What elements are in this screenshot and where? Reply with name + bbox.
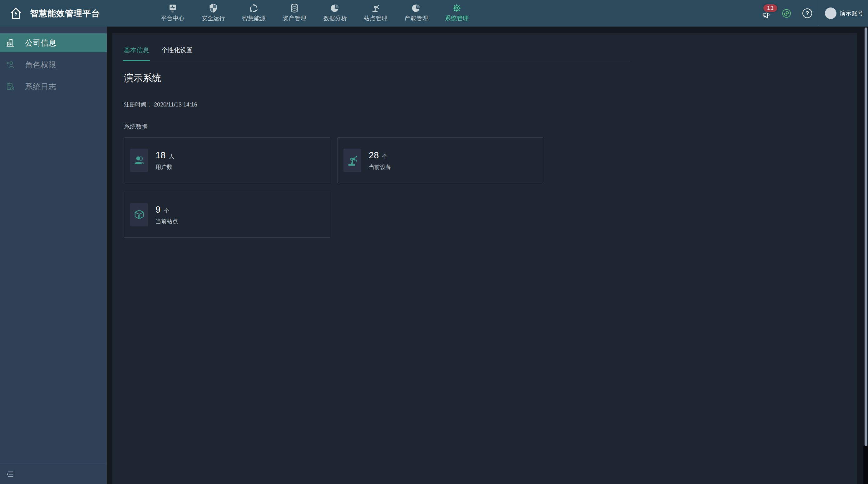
registration-time-row: 注册时间：2020/11/13 14:16 — [124, 101, 857, 108]
app-title: 智慧能效管理平台 — [30, 8, 100, 19]
tab-personalization[interactable]: 个性化设置 — [161, 46, 193, 61]
main-area: 基本信息 个性化设置 演示系统 注册时间：2020/11/13 14:16 系统… — [107, 27, 868, 484]
nav-item-safe-operation[interactable]: 安全运行 — [193, 0, 234, 27]
top-navigation: 平台中心 安全运行 — [152, 0, 477, 27]
cube-icon — [130, 203, 148, 226]
notification-badge: 13 — [763, 3, 778, 13]
nav-label: 站点管理 — [364, 14, 388, 23]
sidebar-menu: 公司信息 角色权限 系统日志 — [0, 27, 107, 96]
page-title: 演示系统 — [124, 72, 857, 85]
stat-value: 18 — [155, 150, 165, 160]
help-button[interactable]: ? — [802, 8, 812, 18]
topbar-right: 13 ? 演示账号 — [762, 0, 863, 27]
stat-label: 用户数 — [155, 163, 174, 171]
nav-item-smart-energy[interactable]: 智慧能源 — [234, 0, 274, 27]
nav-item-system-management[interactable]: 系统管理 — [436, 0, 477, 27]
log-clock-icon — [6, 82, 15, 91]
pie-chart-icon — [330, 3, 340, 13]
menu-fold-icon — [6, 470, 14, 478]
robot-arm-icon — [343, 149, 361, 172]
nav-label: 系统管理 — [445, 14, 469, 23]
nav-label: 数据分析 — [323, 14, 347, 23]
database-icon — [290, 3, 299, 13]
robot-arm-icon — [371, 3, 380, 13]
tab-basic-info[interactable]: 基本信息 — [124, 46, 149, 61]
topbar: 智慧能效管理平台 平台中心 安全运行 — [0, 0, 868, 27]
nav-label: 资产管理 — [283, 14, 306, 23]
stat-card-sites: 9 个 当前站点 — [124, 192, 330, 238]
nav-label: 平台中心 — [161, 14, 185, 23]
registration-time-value: 2020/11/13 14:16 — [154, 101, 197, 108]
stat-value: 28 — [369, 150, 379, 160]
stat-card-devices: 28 个 当前设备 — [337, 138, 543, 183]
stat-card-users: 18 人 用户数 — [124, 138, 330, 183]
stat-label: 当前站点 — [155, 218, 178, 225]
sidebar-item-label: 系统日志 — [25, 82, 56, 92]
nav-item-site-management[interactable]: 站点管理 — [355, 0, 396, 27]
sidebar: 公司信息 角色权限 系统日志 — [0, 27, 107, 484]
gear-icon — [452, 3, 462, 13]
sidebar-item-company-info[interactable]: 公司信息 — [0, 33, 107, 52]
sidebar-footer — [0, 464, 107, 484]
notifications-button[interactable]: 13 — [762, 7, 774, 20]
stat-block: 18 人 用户数 — [155, 150, 174, 171]
collapse-sidebar-button[interactable] — [6, 470, 14, 478]
stat-unit: 个 — [382, 153, 388, 160]
stat-unit: 人 — [169, 153, 174, 160]
content-panel: 基本信息 个性化设置 演示系统 注册时间：2020/11/13 14:16 系统… — [113, 33, 857, 484]
shield-icon — [209, 3, 218, 13]
building-icon — [6, 38, 15, 48]
nav-item-asset-management[interactable]: 资产管理 — [274, 0, 315, 27]
sidebar-item-system-logs[interactable]: 系统日志 — [0, 77, 107, 96]
users-icon — [130, 149, 148, 172]
nav-label: 产能管理 — [404, 14, 428, 23]
avatar — [825, 7, 836, 19]
nav-item-capacity-management[interactable]: 产能管理 — [396, 0, 436, 27]
registration-time-label: 注册时间： — [124, 101, 152, 108]
account-menu[interactable]: 演示账号 — [825, 7, 863, 19]
question-mark-icon: ? — [806, 10, 809, 17]
stat-label: 当前设备 — [369, 163, 391, 171]
stat-block: 9 个 当前站点 — [155, 205, 178, 225]
recycle-icon — [249, 3, 258, 13]
sidebar-item-role-permissions[interactable]: 角色权限 — [0, 55, 107, 74]
scrollbar-thumb[interactable] — [865, 28, 867, 446]
scrollbar-track — [863, 446, 868, 484]
infinity-loop-icon — [782, 9, 791, 18]
pie-chart-icon — [411, 3, 421, 13]
user-permissions-icon — [6, 60, 15, 69]
stat-unit: 个 — [164, 207, 169, 214]
nav-label: 智慧能源 — [242, 14, 266, 23]
section-title-system-data: 系统数据 — [124, 123, 857, 131]
account-name: 演示账号 — [840, 9, 863, 18]
brand: 智慧能效管理平台 — [9, 0, 100, 27]
stats-cards: 18 人 用户数 — [124, 138, 857, 238]
nav-label: 安全运行 — [202, 14, 225, 23]
monitor-pulse-icon — [168, 3, 177, 13]
sidebar-item-label: 公司信息 — [25, 38, 56, 48]
stat-value: 9 — [155, 205, 160, 215]
sidebar-item-label: 角色权限 — [25, 60, 56, 70]
nav-item-platform-center[interactable]: 平台中心 — [152, 0, 193, 27]
stat-block: 28 个 当前设备 — [369, 150, 391, 171]
nav-item-data-analysis[interactable]: 数据分析 — [315, 0, 355, 27]
tab-bar: 基本信息 个性化设置 — [124, 46, 630, 61]
feedback-button[interactable] — [782, 9, 791, 18]
home-lightning-logo-icon — [9, 6, 23, 21]
